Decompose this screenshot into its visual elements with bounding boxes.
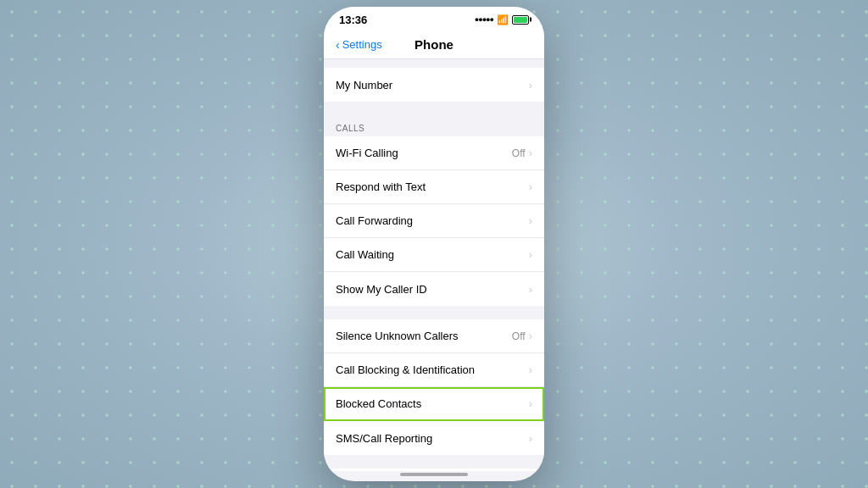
calls-section-label: CALLS bbox=[324, 115, 544, 136]
silence-unknown-chevron: › bbox=[529, 330, 532, 342]
caller-id-item[interactable]: Show My Caller ID › bbox=[324, 272, 544, 306]
calls-section: CALLS Wi-Fi Calling Off › Respond with T… bbox=[324, 115, 544, 306]
call-waiting-chevron: › bbox=[529, 248, 532, 261]
silence-unknown-label: Silence Unknown Callers bbox=[336, 330, 459, 342]
call-blocking-item[interactable]: Call Blocking & Identification › bbox=[324, 353, 544, 387]
call-blocking-label: Call Blocking & Identification bbox=[336, 363, 475, 376]
phone-frame: 13:36 ●●●●● 📶 ‹ Settings Phone My Number… bbox=[324, 7, 544, 481]
my-number-chevron: › bbox=[529, 79, 532, 92]
silence-unknown-right: Off › bbox=[512, 330, 532, 342]
respond-text-label: Respond with Text bbox=[336, 180, 426, 193]
sms-reporting-right: › bbox=[529, 432, 532, 445]
dial-assist-list-group: Dial Assist bbox=[324, 469, 544, 471]
dial-assist-section: Dial Assist Dial assist automatically de… bbox=[324, 469, 544, 471]
caller-id-right: › bbox=[529, 283, 532, 296]
blocked-contacts-right: › bbox=[529, 397, 532, 410]
wifi-calling-chevron: › bbox=[529, 147, 532, 159]
dial-assist-item[interactable]: Dial Assist bbox=[324, 469, 544, 471]
content-area: My Number › CALLS Wi-Fi Calling Off › Re… bbox=[324, 59, 544, 471]
caller-id-label: Show My Caller ID bbox=[336, 283, 427, 296]
nav-bar: ‹ Settings Phone bbox=[324, 32, 544, 59]
call-forwarding-item[interactable]: Call Forwarding › bbox=[324, 204, 544, 238]
my-number-group: My Number › bbox=[324, 68, 544, 102]
signal-dots-icon: ●●●●● bbox=[475, 15, 493, 24]
wifi-calling-item[interactable]: Wi-Fi Calling Off › bbox=[324, 136, 544, 170]
wifi-icon: 📶 bbox=[497, 14, 509, 25]
sms-reporting-chevron: › bbox=[529, 432, 532, 445]
my-number-label: My Number bbox=[336, 79, 392, 92]
call-forwarding-chevron: › bbox=[529, 214, 532, 227]
back-button[interactable]: ‹ Settings bbox=[336, 38, 382, 52]
battery-fill bbox=[514, 17, 527, 23]
call-forwarding-label: Call Forwarding bbox=[336, 214, 413, 227]
respond-text-item[interactable]: Respond with Text › bbox=[324, 170, 544, 204]
call-blocking-right: › bbox=[529, 363, 532, 376]
caller-id-chevron: › bbox=[529, 283, 532, 296]
respond-text-right: › bbox=[529, 180, 532, 193]
sms-reporting-item[interactable]: SMS/Call Reporting › bbox=[324, 421, 544, 455]
blocked-contacts-item[interactable]: Blocked Contacts › bbox=[324, 387, 544, 421]
home-indicator bbox=[400, 473, 468, 476]
call-waiting-right: › bbox=[529, 248, 532, 261]
status-time: 13:36 bbox=[339, 14, 367, 26]
page-title: Phone bbox=[415, 37, 453, 52]
silence-unknown-value: Off bbox=[512, 330, 526, 342]
wifi-calling-right: Off › bbox=[512, 147, 532, 159]
battery-icon bbox=[512, 15, 529, 25]
my-number-right: › bbox=[529, 79, 532, 92]
wifi-calling-label: Wi-Fi Calling bbox=[336, 147, 398, 159]
status-icons: ●●●●● 📶 bbox=[475, 14, 529, 25]
blocking-section: Silence Unknown Callers Off › Call Block… bbox=[324, 319, 544, 455]
wifi-calling-value: Off bbox=[512, 147, 526, 159]
call-waiting-label: Call Waiting bbox=[336, 248, 394, 261]
call-waiting-item[interactable]: Call Waiting › bbox=[324, 238, 544, 272]
back-label: Settings bbox=[342, 38, 382, 51]
respond-text-chevron: › bbox=[529, 180, 532, 193]
sms-reporting-label: SMS/Call Reporting bbox=[336, 432, 432, 445]
my-number-item[interactable]: My Number › bbox=[324, 68, 544, 102]
call-forwarding-right: › bbox=[529, 214, 532, 227]
blocked-contacts-chevron: › bbox=[529, 397, 532, 410]
status-bar: 13:36 ●●●●● 📶 bbox=[324, 7, 544, 32]
calls-list-group: Wi-Fi Calling Off › Respond with Text › … bbox=[324, 136, 544, 306]
blocking-list-group: Silence Unknown Callers Off › Call Block… bbox=[324, 319, 544, 455]
call-blocking-chevron: › bbox=[529, 363, 532, 376]
back-chevron-icon: ‹ bbox=[336, 38, 340, 52]
blocked-contacts-label: Blocked Contacts bbox=[336, 397, 421, 410]
silence-unknown-item[interactable]: Silence Unknown Callers Off › bbox=[324, 319, 544, 353]
